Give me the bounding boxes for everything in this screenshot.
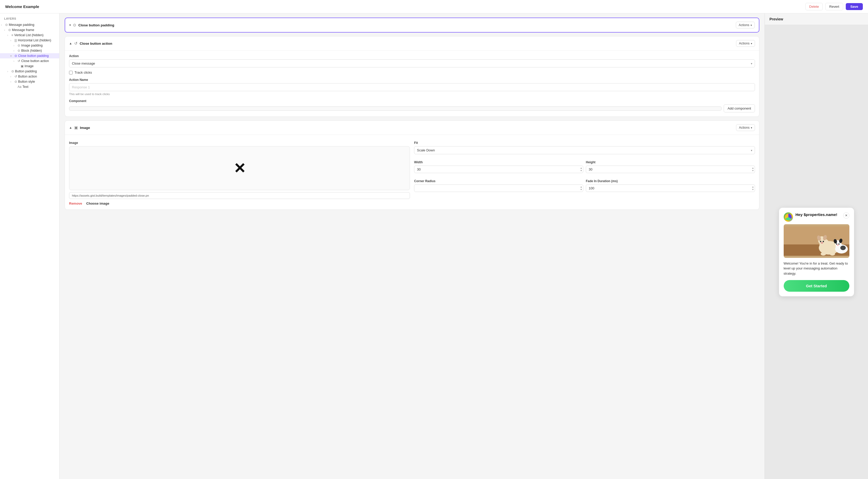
image-icon: ▣ (74, 125, 78, 130)
card-cta-button[interactable]: Get Started (784, 280, 849, 292)
image-chevron[interactable]: ▲ (69, 126, 72, 130)
height-down[interactable]: ▼ (752, 169, 754, 172)
chevron-vert-list: › (7, 34, 11, 37)
sidebar-item-image[interactable]: ▣Image (0, 64, 59, 69)
actions-label-1: Actions (739, 23, 749, 27)
card-body-text: Welcome! You're in for a treat. Get read… (784, 261, 849, 276)
layer-icon-btn-padding: ⊙ (11, 69, 14, 73)
main-layout: Layers ›⊙Message padding›⊙Message frame›… (0, 13, 868, 479)
card-logo-inner (785, 214, 792, 220)
close-btn-action-header[interactable]: ▲ ↺ Close button action Actions ▾ (65, 36, 759, 50)
track-clicks-label[interactable]: Track clicks (74, 71, 92, 74)
sidebar-item-close-btn-action[interactable]: ›↺Close button action (0, 58, 59, 64)
dimension-row: Width ▲ ▼ Height (414, 157, 755, 173)
sidebar-item-horiz-list[interactable]: ›|||Horizontal List (hidden) (0, 38, 59, 43)
actions-label-2: Actions (739, 42, 749, 45)
svg-point-19 (837, 244, 838, 245)
close-btn-action-chevron[interactable]: ▲ (69, 42, 72, 45)
image-url-input[interactable] (69, 192, 410, 199)
sidebar-item-vert-list[interactable]: ›≡Vertical List (hidden) (0, 33, 59, 38)
chevron-horiz-list: › (10, 39, 14, 42)
layer-label-vert-list: Vertical List (hidden) (14, 33, 43, 37)
height-up[interactable]: ▲ (752, 167, 754, 169)
fit-wrapper: Fit Scale Down Contain Cover Fill None (414, 137, 755, 154)
fade-in-up[interactable]: ▲ (752, 186, 754, 189)
width-spinners: ▲ ▼ (580, 167, 582, 172)
svg-point-17 (836, 243, 837, 244)
add-component-button[interactable]: Add component (724, 104, 755, 112)
delete-button[interactable]: Delete (805, 3, 823, 10)
sidebar-header: Layers (0, 17, 59, 22)
sidebar-item-msg-frame[interactable]: ›⊙Message frame (0, 27, 59, 33)
svg-point-18 (838, 243, 839, 244)
topbar-actions: Delete Revert Save (805, 3, 863, 10)
layer-label-close-btn-padding: Close button padding (18, 54, 49, 58)
close-btn-padding-card: ▾ ⊙ Close button padding Actions ▾ (65, 18, 760, 33)
preview-header: Preview (765, 13, 868, 25)
track-clicks-checkbox[interactable] (69, 71, 73, 74)
card-logo (784, 212, 793, 222)
image-actions-btn[interactable]: Actions ▾ (736, 124, 755, 131)
action-select[interactable]: Close message Open URL No action (69, 60, 755, 67)
message-card: Hey $properties.name! ✕ (779, 208, 854, 297)
corner-radius-label: Corner Radius (414, 179, 583, 183)
fade-in-down[interactable]: ▼ (752, 189, 754, 191)
close-btn-action-icon: ↺ (74, 41, 78, 46)
layer-icon-image: ▣ (21, 64, 24, 68)
height-input[interactable] (586, 166, 755, 173)
preview-body: Hey $properties.name! ✕ (765, 25, 868, 479)
save-button[interactable]: Save (846, 3, 863, 10)
revert-button[interactable]: Revert (825, 3, 843, 10)
sidebar-item-btn-style[interactable]: ›⊙Button style (0, 79, 59, 84)
width-input-wrapper: ▲ ▼ (414, 166, 583, 173)
corner-radius-up[interactable]: ▲ (580, 186, 582, 189)
close-btn-padding-chevron[interactable]: ▾ (69, 23, 71, 27)
actions-chevron-2: ▾ (751, 42, 752, 45)
width-up[interactable]: ▲ (580, 167, 582, 169)
close-btn-padding-header[interactable]: ▾ ⊙ Close button padding Actions ▾ (65, 18, 759, 32)
chevron-close-btn-padding: ▾ (10, 55, 14, 57)
layer-icon-close-btn-padding: ⊙ (14, 54, 17, 58)
center-panel: ▾ ⊙ Close button padding Actions ▾ ▲ ↺ C… (60, 13, 765, 479)
sidebar-item-btn-padding[interactable]: ›⊙Button padding (0, 69, 59, 74)
layer-icon-close-btn-action: ↺ (18, 59, 20, 63)
fade-in-input[interactable] (586, 184, 755, 192)
sidebar-item-msg-padding[interactable]: ›⊙Message padding (0, 22, 59, 27)
component-select-placeholder[interactable] (69, 106, 722, 111)
layer-label-text: Text (23, 85, 28, 89)
action-field-label: Action (69, 54, 755, 58)
chevron-btn-action: › (10, 75, 14, 78)
height-label: Height (586, 161, 755, 164)
fit-label: Fit (414, 141, 755, 145)
corner-radius-input[interactable] (414, 184, 583, 192)
corner-radius-spinners: ▲ ▼ (580, 186, 582, 191)
width-down[interactable]: ▼ (580, 169, 582, 172)
image-preview: ✕ (69, 146, 410, 190)
image-header[interactable]: ▲ ▣ Image Actions ▾ (65, 121, 759, 135)
fit-select[interactable]: Scale Down Contain Cover Fill None (414, 146, 755, 154)
card-close-button[interactable]: ✕ (843, 212, 849, 218)
component-label: Component (69, 99, 755, 103)
svg-point-7 (820, 241, 821, 242)
image-card: ▲ ▣ Image Actions ▾ Image ✕ (65, 121, 760, 210)
sidebar-items: ›⊙Message padding›⊙Message frame›≡Vertic… (0, 22, 59, 90)
corner-radius-down[interactable]: ▼ (580, 189, 582, 191)
width-label: Width (414, 161, 583, 164)
actions-chevron-1: ▾ (751, 24, 752, 27)
width-input[interactable] (414, 166, 583, 173)
sidebar-item-btn-action[interactable]: ›↺Button action (0, 74, 59, 79)
layer-icon-btn-action: ↺ (14, 75, 17, 78)
close-btn-padding-actions[interactable]: Actions ▾ (736, 22, 755, 28)
action-select-wrapper: Close message Open URL No action (69, 60, 755, 67)
remove-image-button[interactable]: Remove (69, 202, 82, 205)
sidebar-item-close-btn-padding[interactable]: ▾⊙Close button padding (0, 53, 59, 58)
sidebar-item-block-hidden[interactable]: ›⊙Block (hidden) (0, 48, 59, 53)
layer-icon-msg-padding: ⊙ (5, 23, 8, 27)
layer-label-horiz-list: Horizontal List (hidden) (18, 38, 51, 42)
sidebar-item-image-padding[interactable]: ›⊙Image padding (0, 43, 59, 48)
close-btn-action-actions[interactable]: Actions ▾ (736, 40, 755, 47)
choose-image-button[interactable]: Choose image (86, 202, 110, 205)
layer-label-msg-padding: Message padding (9, 23, 34, 27)
action-name-input[interactable] (69, 83, 755, 91)
sidebar-item-text[interactable]: AaText (0, 84, 59, 90)
